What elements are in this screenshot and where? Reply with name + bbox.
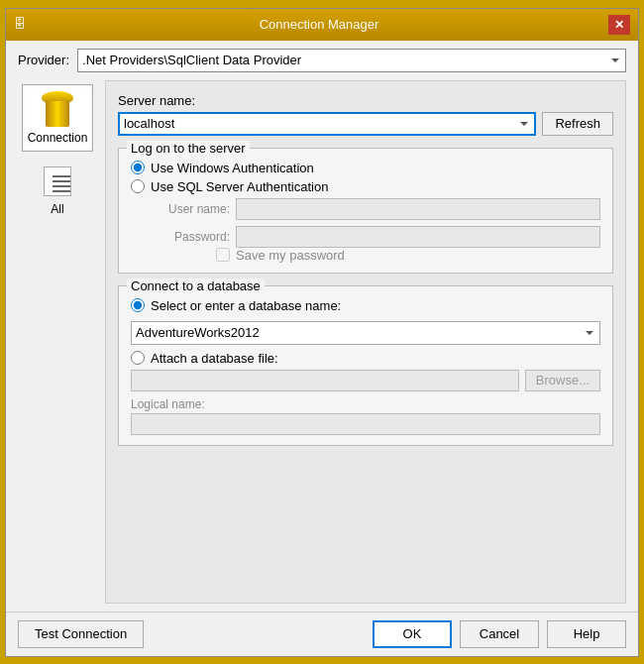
attach-db-radio[interactable]: [131, 351, 145, 365]
connection-label: Connection: [28, 131, 88, 145]
provider-select[interactable]: .Net Providers\SqlClient Data Provider: [77, 49, 626, 72]
help-button[interactable]: Help: [547, 620, 626, 648]
attach-row: Attach a database file:: [131, 351, 600, 366]
nav-connection[interactable]: Connection: [22, 84, 93, 152]
attach-file-input[interactable]: [131, 370, 519, 391]
password-input[interactable]: [236, 226, 600, 248]
refresh-button[interactable]: Refresh: [542, 112, 613, 136]
close-button[interactable]: ✕: [608, 15, 630, 35]
all-label: All: [51, 202, 63, 216]
logon-group: Log on to the server Use Windows Authent…: [118, 148, 613, 274]
save-password-label: Save my password: [236, 248, 345, 263]
username-label: User name:: [151, 202, 230, 216]
save-password-row: Save my password: [131, 248, 600, 263]
title-bar: 🗄 Connection Manager ✕: [6, 9, 638, 41]
footer-right: OK Cancel Help: [373, 620, 626, 648]
logical-name-label: Logical name:: [131, 397, 600, 411]
database-group: Connect to a database Select or enter a …: [118, 285, 613, 446]
browse-button[interactable]: Browse...: [525, 370, 600, 391]
select-db-radio[interactable]: [131, 298, 145, 312]
footer: Test Connection OK Cancel Help: [6, 611, 638, 656]
connection-manager-dialog: 🗄 Connection Manager ✕ Provider: .Net Pr…: [5, 8, 639, 657]
select-db-row: Select or enter a database name:: [131, 298, 600, 313]
ok-button[interactable]: OK: [373, 620, 452, 648]
attach-file-row: Browse...: [131, 370, 600, 391]
database-name-combo[interactable]: AdventureWorks2012: [131, 321, 600, 345]
server-row: localhost Refresh: [118, 112, 613, 136]
logical-name-input[interactable]: [131, 413, 600, 435]
right-panel: Server name: localhost Refresh Log on to…: [105, 80, 626, 604]
connection-icon: [38, 91, 77, 127]
database-group-title: Connect to a database: [127, 278, 265, 293]
nav-all[interactable]: All: [22, 156, 93, 223]
sql-auth-label: Use SQL Server Authentication: [151, 179, 328, 194]
main-content: Connection All: [6, 80, 638, 611]
sql-auth-radio[interactable]: [131, 179, 145, 193]
windows-auth-label: Use Windows Authentication: [151, 161, 314, 175]
logon-group-title: Log on to the server: [127, 141, 250, 156]
windows-auth-row: Use Windows Authentication: [131, 161, 600, 175]
test-connection-button[interactable]: Test Connection: [18, 620, 144, 648]
server-name-label: Server name:: [118, 93, 613, 108]
sql-auth-row: Use SQL Server Authentication: [131, 179, 600, 194]
username-row: User name:: [151, 198, 600, 220]
provider-label: Provider:: [18, 53, 69, 67]
server-name-combo[interactable]: localhost: [118, 112, 536, 136]
password-label: Password:: [151, 230, 230, 244]
select-db-label: Select or enter a database name:: [151, 298, 341, 313]
app-icon: 🗄: [14, 17, 30, 33]
windows-auth-radio[interactable]: [131, 161, 145, 174]
all-icon: [38, 163, 77, 198]
provider-row: Provider: .Net Providers\SqlClient Data …: [6, 41, 638, 80]
server-name-section: Server name: localhost Refresh: [118, 93, 613, 136]
attach-db-label: Attach a database file:: [151, 351, 278, 366]
footer-left: Test Connection: [18, 620, 144, 648]
save-password-checkbox[interactable]: [216, 248, 230, 262]
username-input[interactable]: [236, 198, 600, 220]
password-row: Password:: [151, 226, 600, 248]
left-nav-panel: Connection All: [18, 80, 97, 604]
auth-fields: User name: Password:: [131, 198, 600, 248]
cancel-button[interactable]: Cancel: [460, 620, 539, 648]
dialog-title: Connection Manager: [30, 17, 608, 32]
